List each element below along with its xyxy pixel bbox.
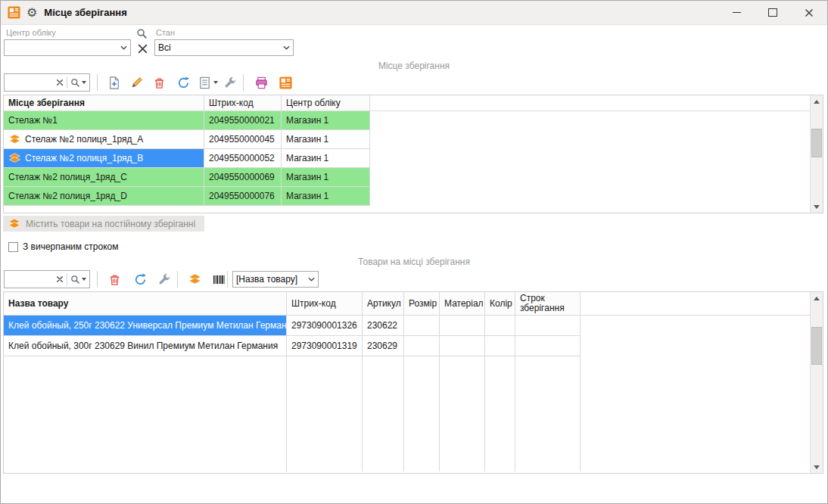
printer-icon xyxy=(254,76,269,90)
table-row[interactable]: Клей обойный, 300г 230629 Винил Премиум … xyxy=(4,336,823,356)
delete-goods-button[interactable] xyxy=(104,270,124,288)
clear-x-icon xyxy=(56,275,64,283)
goods-search-clear-button[interactable] xyxy=(53,271,67,288)
row-center: Магазин 1 xyxy=(282,168,370,187)
barcode-button[interactable] xyxy=(209,270,229,288)
edit-storage-button[interactable] xyxy=(126,73,146,92)
delete-storage-button[interactable] xyxy=(149,73,169,92)
table-row[interactable]: Стелаж №2 полиця_1ряд_C 2049550000069 Ма… xyxy=(4,168,823,187)
window-title: Місце зберігання xyxy=(44,7,126,18)
search-icon xyxy=(70,275,80,285)
scroll-thumb[interactable] xyxy=(811,327,822,365)
storage-search-box[interactable] xyxy=(4,73,90,92)
add-document-icon xyxy=(107,76,121,90)
table-row[interactable]: Стелаж №1 2049550000021 Магазин 1 xyxy=(4,111,823,130)
storage-search-options-button[interactable] xyxy=(67,74,89,91)
row-barcode: 2049550000052 xyxy=(204,149,282,168)
row-center: Магазин 1 xyxy=(282,130,370,149)
scroll-up-button[interactable] xyxy=(811,292,823,304)
goods-search-options-button[interactable] xyxy=(67,271,89,288)
goods-settings-wrench-button[interactable] xyxy=(154,270,174,288)
table-row[interactable]: Стелаж №2 полиця_1ряд_A 2049550000045 Ма… xyxy=(4,130,823,149)
scroll-up-button[interactable] xyxy=(811,95,823,107)
state-filter-combobox[interactable]: Всі xyxy=(154,39,294,56)
minimize-icon xyxy=(733,12,741,13)
goods-table-header[interactable]: Назва товару Штрих-код Артикул Розмір Ма… xyxy=(4,292,823,316)
row-center: Магазин 1 xyxy=(282,111,370,130)
column-header-name[interactable]: Назва товару xyxy=(4,292,287,316)
filter-clear-button[interactable] xyxy=(135,42,149,55)
close-button[interactable] xyxy=(791,1,827,24)
arrow-up-icon xyxy=(814,297,820,300)
row-color xyxy=(485,336,515,356)
column-header-barcode[interactable]: Штрих-код xyxy=(287,292,363,316)
print-button[interactable] xyxy=(251,73,271,92)
app-icon xyxy=(7,5,21,20)
column-header-center[interactable]: Центр обліку xyxy=(282,95,370,111)
report-button[interactable] xyxy=(196,73,219,92)
export-app-button[interactable] xyxy=(275,73,295,92)
arrow-up-icon xyxy=(814,100,820,104)
row-name: Стелаж №2 полиця_1ряд_A xyxy=(25,134,143,145)
storage-search-clear-button[interactable] xyxy=(53,74,67,91)
app-window: ⚙ Місце зберігання Центр обліку Стан Всі… xyxy=(0,0,828,504)
header-filler xyxy=(370,95,823,111)
storage-table: Місце зберігання Штрих-код Центр обліку … xyxy=(3,95,823,213)
goods-search-input[interactable] xyxy=(5,272,53,286)
storage-search-input[interactable] xyxy=(5,76,53,89)
vertical-scrollbar[interactable] xyxy=(810,292,823,473)
row-barcode: 2049550000076 xyxy=(204,187,282,206)
scroll-thumb[interactable] xyxy=(811,129,822,157)
table-row[interactable]: Стелаж №2 полиця_1ряд_D 2049550000076 Ма… xyxy=(4,187,823,206)
column-header-color[interactable]: Колір xyxy=(485,292,515,316)
layers-icon xyxy=(8,153,21,163)
search-field-combobox[interactable]: [Назва товару] xyxy=(232,271,319,288)
row-term xyxy=(515,336,581,356)
state-filter-label: Стан xyxy=(156,28,175,37)
minimize-button[interactable] xyxy=(718,1,755,24)
vertical-scrollbar[interactable] xyxy=(810,95,823,213)
chevron-down-icon xyxy=(308,277,315,282)
refresh-icon xyxy=(133,272,148,287)
column-header-barcode[interactable]: Штрих-код xyxy=(204,95,282,111)
layers-icon xyxy=(8,134,21,145)
filter-search-button[interactable] xyxy=(135,26,148,40)
orange-grid-icon xyxy=(279,76,293,90)
refresh-goods-button[interactable] xyxy=(130,270,150,288)
column-header-term[interactable]: Строк зберігання xyxy=(515,292,581,316)
column-header-material[interactable]: Матеріал xyxy=(440,292,485,316)
column-header-article[interactable]: Артикул xyxy=(363,292,404,316)
goods-search-box[interactable] xyxy=(4,270,90,288)
permanent-storage-button[interactable] xyxy=(185,270,204,288)
expired-checkbox-row[interactable]: З вичерпаним строком xyxy=(8,241,119,252)
expired-checkbox[interactable] xyxy=(8,242,18,252)
goods-table: Назва товару Штрих-код Артикул Розмір Ма… xyxy=(3,291,823,474)
close-icon xyxy=(805,8,814,17)
goods-section-title: Товари на місці зберігання xyxy=(1,257,827,267)
layers-icon xyxy=(188,273,202,285)
table-row-selected[interactable]: Клей обойный, 250г 230622 Универсал Прем… xyxy=(4,316,823,336)
barcode-icon xyxy=(212,274,226,285)
column-header-name[interactable]: Місце зберігання xyxy=(4,95,204,111)
clear-x-icon xyxy=(56,79,64,86)
storage-table-header[interactable]: Місце зберігання Штрих-код Центр обліку xyxy=(4,95,823,111)
settings-gear-icon[interactable]: ⚙ xyxy=(26,7,37,19)
add-storage-button[interactable] xyxy=(104,73,123,92)
row-article: 230622 xyxy=(363,316,404,336)
refresh-storage-button[interactable] xyxy=(173,73,193,92)
maximize-button[interactable] xyxy=(755,1,791,24)
table-row-selected[interactable]: Стелаж №2 полиця_1ряд_B 2049550000052 Ма… xyxy=(4,149,823,168)
settings-wrench-button[interactable] xyxy=(220,73,240,92)
center-filter-combobox[interactable] xyxy=(4,39,131,56)
edit-pencil-icon xyxy=(129,76,144,90)
center-filter-label: Центр обліку xyxy=(6,28,56,37)
toolbar-separator xyxy=(243,74,244,91)
scroll-down-button[interactable] xyxy=(811,461,823,473)
caret-down-icon xyxy=(82,278,86,281)
row-material xyxy=(440,336,485,356)
row-name: Клей обойный, 250г 230622 Универсал Прем… xyxy=(4,316,287,336)
scroll-down-button[interactable] xyxy=(811,201,823,213)
expired-checkbox-label: З вичерпаним строком xyxy=(23,241,119,252)
column-header-size[interactable]: Розмір xyxy=(404,292,440,316)
row-name: Стелаж №1 xyxy=(8,115,58,126)
